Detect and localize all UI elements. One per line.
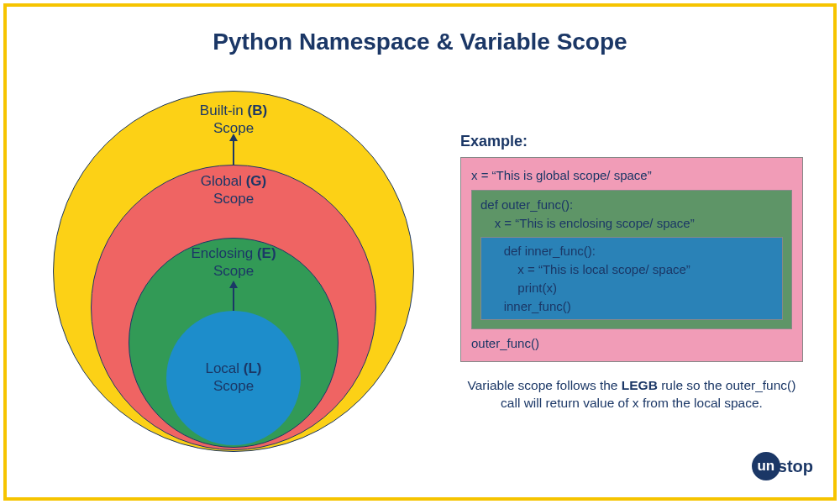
code-line: x = “This is global scope/ space” (471, 166, 792, 185)
code-line: def inner_func(): (490, 242, 774, 260)
code-line: outer_func() (471, 334, 792, 353)
local-label: Local (L) Scope (205, 360, 261, 396)
local-circle: Local (L) Scope (166, 311, 301, 445)
logo-bubble: un (752, 452, 780, 480)
scope-diagram: Built-in (B) Scope Global (G) Scope Encl… (53, 91, 414, 452)
logo-text: stop (778, 457, 813, 476)
unstop-logo: un stop (752, 452, 813, 480)
code-outer-block: def outer_func(): x = “This is enclosing… (471, 190, 792, 330)
caption-text: Variable scope follows the LEGB rule so … (460, 377, 803, 412)
page-title: Python Namespace & Variable Scope (7, 29, 833, 55)
global-label: Global (G) Scope (201, 172, 266, 208)
code-inner-block: def inner_func(): x = “This is local sco… (480, 237, 783, 320)
enclosing-label: Enclosing (E) Scope (191, 244, 276, 281)
example-heading: Example: (460, 133, 803, 150)
code-line: x = “This is enclosing scope/ space” (480, 214, 783, 233)
code-example: x = “This is global scope/ space” def ou… (460, 157, 803, 362)
builtin-label: Built-in (B) Scope (200, 102, 267, 138)
code-line: x = “This is local scope/ space” (490, 260, 774, 279)
code-line: def outer_func(): (480, 196, 783, 214)
code-line: inner_func() (490, 297, 774, 316)
code-line: print(x) (490, 279, 774, 297)
